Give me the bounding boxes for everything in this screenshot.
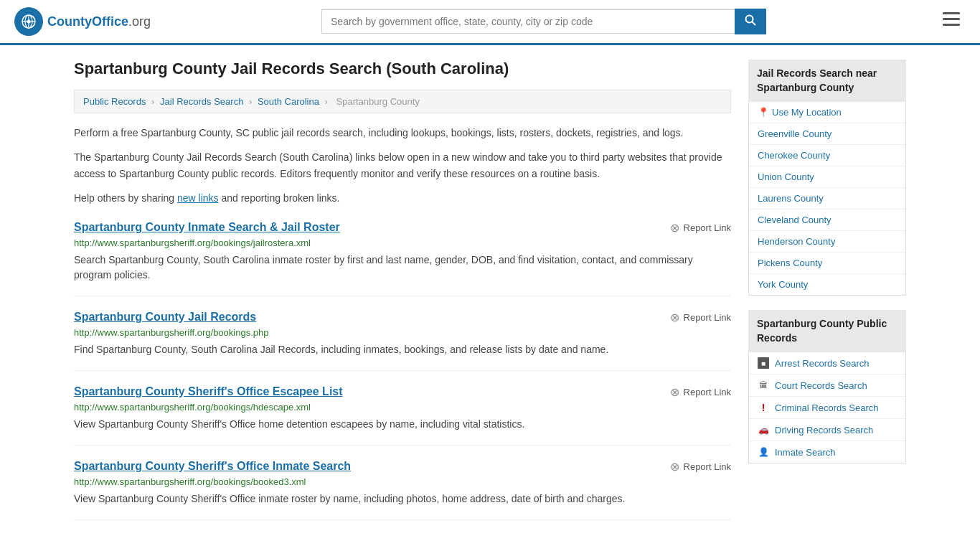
criminal-icon: ! — [758, 402, 769, 413]
menu-button[interactable] — [937, 9, 966, 34]
svg-rect-10 — [943, 24, 960, 26]
search-input[interactable] — [321, 9, 735, 34]
description-para3: Help others by sharing new links and rep… — [74, 190, 731, 206]
breadcrumb-public-records[interactable]: Public Records — [83, 96, 146, 107]
nearby-heading: Jail Records Search near Spartanburg Cou… — [748, 60, 906, 102]
court-icon: 🏛 — [758, 380, 769, 391]
result-item-1: Spartanburg County Jail Records ⊗ Report… — [74, 311, 731, 371]
result-url-1[interactable]: http://www.spartanburgsheriff.org/bookin… — [74, 327, 731, 338]
driving-icon: 🚗 — [758, 424, 769, 435]
nearby-greenville[interactable]: Greenville County — [749, 123, 905, 145]
main-container: Spartanburg County Jail Records Search (… — [60, 45, 920, 534]
public-records-section: Spartanburg County Public Records ■ Arre… — [748, 310, 906, 463]
report-link-0[interactable]: ⊗ Report Link — [670, 221, 731, 235]
court-records-item[interactable]: 🏛 Court Records Search — [749, 375, 905, 397]
result-desc-1: Find Spartanburg County, South Carolina … — [74, 342, 731, 357]
description: Perform a free Spartanburg County, SC pu… — [74, 125, 731, 207]
report-icon-2: ⊗ — [670, 385, 679, 399]
inmate-search-link[interactable]: Inmate Search — [775, 447, 836, 458]
svg-line-7 — [753, 22, 756, 26]
description-para1: Perform a free Spartanburg County, SC pu… — [74, 125, 731, 141]
result-header-2: Spartanburg County Sheriff's Office Esca… — [74, 385, 731, 399]
nearby-pickens[interactable]: Pickens County — [749, 253, 905, 274]
nearby-york[interactable]: York County — [749, 274, 905, 295]
result-header-3: Spartanburg County Sheriff's Office Inma… — [74, 460, 731, 474]
svg-rect-9 — [943, 18, 960, 20]
sidebar: Jail Records Search near Spartanburg Cou… — [748, 60, 906, 520]
logo-text: CountyOffice.org — [47, 14, 151, 29]
header-right — [937, 9, 966, 34]
svg-rect-8 — [943, 12, 960, 14]
inmate-search-item[interactable]: 👤 Inmate Search — [749, 441, 905, 463]
arrest-records-item[interactable]: ■ Arrest Records Search — [749, 352, 905, 375]
nearby-cherokee[interactable]: Cherokee County — [749, 145, 905, 166]
result-item-3: Spartanburg County Sheriff's Office Inma… — [74, 460, 731, 520]
breadcrumb-current: Spartanburg County — [336, 96, 420, 107]
breadcrumb-jail-records[interactable]: Jail Records Search — [160, 96, 243, 107]
driving-records-item[interactable]: 🚗 Driving Records Search — [749, 419, 905, 441]
svg-point-6 — [746, 16, 753, 23]
location-icon: 📍 — [758, 107, 769, 118]
header: CountyOffice.org — [0, 0, 980, 45]
page-title: Spartanburg County Jail Records Search (… — [74, 60, 731, 78]
nearby-cleveland[interactable]: Cleveland County — [749, 209, 905, 231]
logo-icon — [14, 7, 43, 36]
nearby-henderson[interactable]: Henderson County — [749, 231, 905, 253]
use-location-item[interactable]: 📍 Use My Location — [749, 102, 905, 123]
logo-area: CountyOffice.org — [14, 7, 151, 36]
breadcrumb-south-carolina[interactable]: South Carolina — [258, 96, 319, 107]
driving-records-link[interactable]: Driving Records Search — [775, 425, 873, 435]
result-header-0: Spartanburg County Inmate Search & Jail … — [74, 221, 731, 235]
result-url-2[interactable]: http://www.spartanburgsheriff.org/bookin… — [74, 402, 731, 413]
report-icon-0: ⊗ — [670, 221, 679, 235]
report-link-1[interactable]: ⊗ Report Link — [670, 311, 731, 324]
content-area: Spartanburg County Jail Records Search (… — [74, 60, 731, 520]
report-link-3[interactable]: ⊗ Report Link — [670, 460, 731, 474]
nearby-laurens[interactable]: Laurens County — [749, 188, 905, 209]
search-area — [321, 9, 766, 34]
result-item-0: Spartanburg County Inmate Search & Jail … — [74, 221, 731, 296]
nearby-section: Jail Records Search near Spartanburg Cou… — [748, 60, 906, 296]
result-title-3[interactable]: Spartanburg County Sheriff's Office Inma… — [74, 460, 351, 473]
report-icon-1: ⊗ — [670, 311, 679, 324]
result-header-1: Spartanburg County Jail Records ⊗ Report… — [74, 311, 731, 324]
report-icon-3: ⊗ — [670, 460, 679, 474]
report-link-2[interactable]: ⊗ Report Link — [670, 385, 731, 399]
arrest-icon: ■ — [758, 357, 769, 369]
svg-point-5 — [27, 20, 31, 24]
arrest-records-link[interactable]: Arrest Records Search — [775, 358, 870, 369]
new-links-link[interactable]: new links — [177, 192, 219, 204]
result-url-3[interactable]: http://www.spartanburgsheriff.org/bookin… — [74, 476, 731, 487]
inmate-icon: 👤 — [758, 446, 769, 458]
result-desc-0: Search Spartanburg County, South Carolin… — [74, 253, 731, 283]
nearby-union[interactable]: Union County — [749, 166, 905, 188]
result-desc-2: View Spartanburg County Sheriff's Office… — [74, 417, 731, 432]
breadcrumb: Public Records › Jail Records Search › S… — [74, 90, 731, 113]
nearby-list: 📍 Use My Location Greenville County Cher… — [748, 102, 906, 296]
result-item-2: Spartanburg County Sheriff's Office Esca… — [74, 385, 731, 446]
results-container: Spartanburg County Inmate Search & Jail … — [74, 221, 731, 520]
result-desc-3: View Spartanburg County Sheriff's Office… — [74, 491, 731, 507]
result-title-1[interactable]: Spartanburg County Jail Records — [74, 311, 256, 324]
result-title-2[interactable]: Spartanburg County Sheriff's Office Esca… — [74, 385, 343, 398]
public-records-list: ■ Arrest Records Search 🏛 Court Records … — [748, 352, 906, 463]
use-location-link[interactable]: Use My Location — [772, 107, 842, 118]
description-para2: The Spartanburg County Jail Records Sear… — [74, 149, 731, 182]
public-records-heading: Spartanburg County Public Records — [748, 310, 906, 352]
result-url-0[interactable]: http://www.spartanburgsheriff.org/bookin… — [74, 237, 731, 248]
search-button[interactable] — [735, 9, 766, 34]
criminal-records-link[interactable]: Criminal Records Search — [775, 402, 879, 413]
result-title-0[interactable]: Spartanburg County Inmate Search & Jail … — [74, 221, 340, 234]
court-records-link[interactable]: Court Records Search — [775, 380, 867, 391]
criminal-records-item[interactable]: ! Criminal Records Search — [749, 397, 905, 419]
